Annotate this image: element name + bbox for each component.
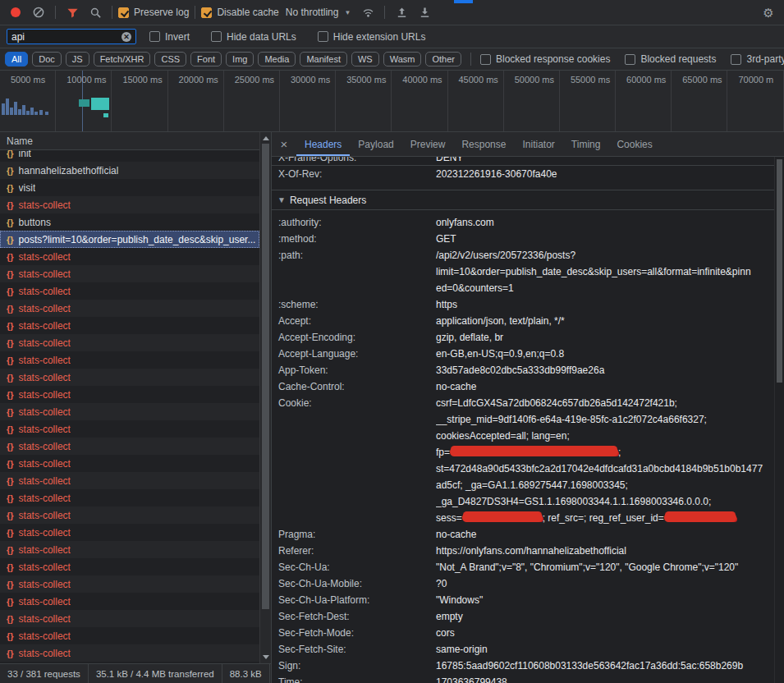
header-row: App-Token: 33d57ade8c02dbc5a333db99ff9ae…: [272, 362, 774, 378]
header-name: :scheme:: [278, 296, 436, 313]
checkbox-invert[interactable]: Invert: [149, 31, 190, 43]
request-row[interactable]: {} stats-collect: [0, 541, 259, 558]
failed-resource-icon: {}: [7, 200, 14, 210]
request-row[interactable]: {} stats-collect: [0, 386, 259, 403]
record-button[interactable]: [5, 3, 26, 21]
tab-cookies[interactable]: Cookies: [608, 132, 660, 156]
request-list-scrollbar[interactable]: [259, 132, 271, 663]
request-row[interactable]: {} stats-collect: [0, 575, 259, 593]
filter-toggle-button[interactable]: [62, 3, 83, 21]
network-conditions-button[interactable]: [357, 3, 378, 21]
request-row[interactable]: {} stats-collect: [0, 455, 259, 472]
filter-input[interactable]: api ✕: [7, 29, 136, 44]
request-name: stats-collect: [19, 389, 71, 401]
timeline-tick-label: 45000 ms: [448, 71, 504, 131]
request-row[interactable]: {} stats-collect: [0, 472, 259, 489]
request-row[interactable]: {} stats-collect: [0, 558, 259, 575]
type-filter-other[interactable]: Other: [425, 52, 461, 66]
redaction-scribble: [450, 447, 618, 456]
request-row[interactable]: {} stats-collect: [0, 282, 259, 300]
network-overview-timeline[interactable]: 5000 ms10000 ms15000 ms20000 ms25000 ms3…: [0, 71, 784, 132]
checkbox-box: [149, 31, 160, 42]
type-filter-js[interactable]: JS: [66, 52, 89, 66]
type-filter-fetch-xhr[interactable]: Fetch/XHR: [94, 52, 151, 66]
type-filter-font[interactable]: Font: [190, 52, 222, 66]
clear-filter-icon[interactable]: ✕: [121, 32, 131, 42]
request-row[interactable]: {} stats-collect: [0, 248, 259, 265]
checkbox-blocked-response-cookies[interactable]: Blocked response cookies: [480, 53, 610, 65]
search-button[interactable]: [85, 3, 106, 21]
type-filter-img[interactable]: Img: [226, 52, 254, 66]
toolbar-divider: [55, 6, 56, 19]
throttling-dropdown[interactable]: No throttling ▼: [281, 7, 356, 18]
preserve-log-checkbox[interactable]: Preserve log: [118, 7, 189, 18]
checkbox-blocked-requests[interactable]: Blocked requests: [625, 53, 716, 65]
checkbox-hide-data-urls[interactable]: Hide data URLs: [211, 31, 296, 43]
request-row[interactable]: {} stats-collect: [0, 627, 259, 644]
settings-button[interactable]: ⚙: [758, 3, 779, 21]
name-column-header[interactable]: Name: [0, 132, 259, 150]
header-value: onlyfans.com: [436, 214, 768, 231]
filter-options: Invert Hide data URLs Hide extension URL…: [149, 31, 425, 43]
import-har-button[interactable]: [414, 3, 435, 21]
header-value: ?0: [436, 575, 768, 592]
type-filter-all[interactable]: All: [5, 52, 28, 66]
request-row[interactable]: {} stats-collect: [0, 351, 259, 369]
type-filter-manifest[interactable]: Manifest: [300, 52, 347, 66]
header-row: :authority: onlyfans.com: [272, 214, 774, 231]
disable-cache-label: Disable cache: [217, 7, 278, 18]
type-filter-wasm[interactable]: Wasm: [383, 52, 422, 66]
toolbar-divider: [195, 6, 195, 19]
tab-payload[interactable]: Payload: [350, 132, 401, 156]
type-filter-media[interactable]: Media: [258, 52, 296, 66]
header-name: Sec-Fetch-Dest:: [278, 608, 436, 625]
tab-initiator[interactable]: Initiator: [514, 132, 562, 156]
request-row[interactable]: {} buttons: [0, 213, 259, 231]
scrollbar-thumb[interactable]: [777, 159, 782, 383]
clear-button[interactable]: [28, 3, 49, 21]
network-summary-bar: 33 / 381 requests 35.1 kB / 4.4 MB trans…: [0, 663, 271, 683]
request-row[interactable]: {} stats-collect: [0, 403, 259, 420]
scroll-down-icon[interactable]: [263, 655, 269, 659]
tab-preview[interactable]: Preview: [402, 132, 454, 156]
type-filter-doc[interactable]: Doc: [32, 52, 62, 66]
tab-timing[interactable]: Timing: [563, 132, 609, 156]
request-row[interactable]: {} stats-collect: [0, 196, 259, 213]
type-filter-css[interactable]: CSS: [154, 52, 186, 66]
tab-response[interactable]: Response: [453, 132, 514, 156]
request-row[interactable]: {} hannahelizabethofficial: [0, 162, 259, 179]
request-row[interactable]: {} stats-collect: [0, 593, 259, 610]
request-row[interactable]: {} stats-collect: [0, 265, 259, 282]
failed-resource-icon: {}: [7, 528, 14, 538]
request-row[interactable]: {} stats-collect: [0, 610, 259, 627]
tab-headers[interactable]: Headers: [296, 132, 350, 156]
close-details-button[interactable]: ×: [272, 132, 296, 156]
request-row[interactable]: {} stats-collect: [0, 507, 259, 524]
request-row[interactable]: {} stats-collect: [0, 369, 259, 386]
export-har-button[interactable]: [391, 3, 412, 21]
request-name: stats-collect: [19, 441, 71, 452]
more-filter-options: Blocked response cookies Blocked request…: [480, 53, 784, 65]
request-row[interactable]: {} visit: [0, 179, 259, 196]
scroll-up-icon[interactable]: [263, 136, 269, 140]
details-scrollbar[interactable]: [774, 157, 784, 683]
type-filter-ws[interactable]: WS: [351, 52, 379, 66]
section-title: Request Headers: [290, 195, 366, 206]
header-name: :path:: [278, 247, 436, 296]
scrollbar-thumb[interactable]: [262, 144, 269, 609]
request-row[interactable]: {} stats-collect: [0, 300, 259, 317]
request-row[interactable]: {} stats-collect: [0, 334, 259, 351]
request-headers-section[interactable]: ▼ Request Headers: [272, 190, 774, 210]
request-row[interactable]: {} stats-collect: [0, 489, 259, 507]
request-row[interactable]: {} stats-collect: [0, 644, 259, 662]
toolbar-divider: [112, 6, 112, 19]
request-row[interactable]: {} posts?limit=10&order=publish_date_des…: [0, 231, 259, 248]
checkbox-3rd-party-requests[interactable]: 3rd-party requests: [731, 53, 784, 65]
request-row[interactable]: {} stats-collect: [0, 317, 259, 334]
request-row[interactable]: {} stats-collect: [0, 420, 259, 438]
checkbox-hide-extension-urls[interactable]: Hide extension URLs: [318, 31, 426, 43]
request-row[interactable]: {} stats-collect: [0, 524, 259, 541]
request-row[interactable]: {} stats-collect: [0, 438, 259, 455]
disable-cache-checkbox[interactable]: Disable cache: [201, 7, 278, 18]
request-list: {} init {} hannahelizabethofficial {} vi…: [0, 144, 259, 663]
